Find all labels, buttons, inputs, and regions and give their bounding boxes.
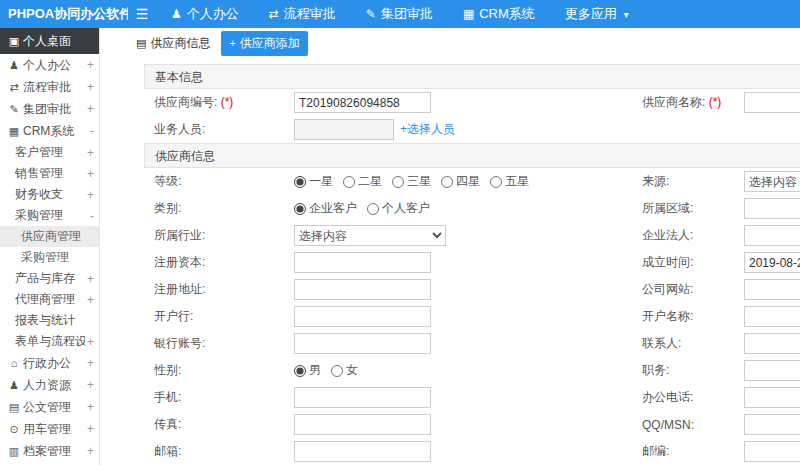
text-input[interactable] (294, 252, 431, 273)
archive-icon: ▥ (7, 445, 21, 458)
text-input[interactable] (294, 333, 431, 354)
add-icon: + (229, 37, 235, 49)
sidebar-item[interactable]: 财务收支+ (0, 184, 99, 205)
text-input[interactable] (744, 225, 800, 246)
topbar-item[interactable]: ⇄流程审批 (254, 0, 351, 28)
text-input[interactable] (744, 360, 800, 381)
sidebar-item[interactable]: ✎集团审批+ (0, 98, 99, 120)
radio-input[interactable] (367, 203, 379, 215)
tab-inactive[interactable]: ▤供应商信息 (128, 31, 218, 56)
radio-option[interactable]: 四星 (441, 173, 480, 190)
text-input[interactable] (744, 387, 800, 408)
topbar-item[interactable]: ✎集团审批 (351, 0, 448, 28)
text-input[interactable] (744, 279, 800, 300)
expand-icon[interactable]: + (87, 102, 94, 116)
sidebar-item[interactable]: ⇄流程审批+ (0, 76, 99, 98)
expand-icon[interactable]: + (87, 335, 94, 349)
sidebar-item[interactable]: ♟人力资源+ (0, 374, 99, 396)
choose-person-link[interactable]: +选择人员 (400, 121, 455, 138)
form-row: 传真:QQ/MSN: (144, 411, 800, 438)
radio-input[interactable] (441, 176, 453, 188)
sidebar-item[interactable]: 代理商管理+ (0, 289, 99, 310)
sidebar-item-label: 个人桌面 (23, 33, 94, 50)
sidebar-item[interactable]: ▦CRM系统- (0, 120, 99, 142)
expand-icon[interactable]: + (87, 444, 94, 458)
sidebar-item[interactable]: ▣个人桌面 (0, 28, 99, 54)
sidebar-item-label: 客户管理 (15, 144, 85, 161)
brand-logo[interactable]: PHPOA协同办公软件 (0, 5, 128, 23)
text-input[interactable] (744, 252, 800, 273)
radio-option[interactable]: 个人客户 (367, 200, 430, 217)
expand-icon[interactable]: + (87, 80, 94, 94)
expand-icon[interactable]: + (87, 58, 94, 72)
text-input[interactable] (294, 387, 431, 408)
text-input[interactable] (744, 333, 800, 354)
sidebar-item[interactable]: ♟个人办公+ (0, 54, 99, 76)
sidebar-item[interactable]: 供应商管理 (0, 226, 99, 247)
sidebar-item-label: 人力资源 (23, 377, 85, 394)
sidebar-item[interactable]: 采购管理- (0, 205, 99, 226)
radio-option[interactable]: 男 (294, 362, 321, 379)
tab-active[interactable]: +供应商添加 (221, 31, 307, 56)
expand-icon[interactable]: + (87, 146, 94, 160)
radio-input[interactable] (331, 365, 343, 377)
required-marker: (*) (217, 95, 233, 109)
topbar-item[interactable]: ▦CRM系统 (448, 0, 550, 28)
text-input[interactable] (294, 414, 431, 435)
sidebar-item[interactable]: 表单与流程设置+ (0, 331, 99, 352)
sidebar-item[interactable]: 采购管理 (0, 247, 99, 268)
expand-icon[interactable]: + (87, 400, 94, 414)
collapse-icon[interactable]: - (90, 124, 94, 138)
radio-input[interactable] (294, 176, 306, 188)
field-label: 性别: (144, 362, 294, 379)
field-control (294, 92, 634, 113)
text-input[interactable] (744, 198, 800, 219)
sidebar-item[interactable]: ⌂行政办公+ (0, 352, 99, 374)
section-header: 基本信息 (144, 64, 800, 89)
menu-toggle-icon[interactable]: ☰ (128, 6, 156, 22)
text-input[interactable] (294, 279, 431, 300)
expand-icon[interactable]: + (87, 272, 94, 286)
supplier-form: 基本信息供应商编号: (*)供应商名称: (*)业务人员:+选择人员供应商信息等… (144, 64, 800, 465)
field-label: 开户行: (144, 308, 294, 325)
sidebar-item[interactable]: ⊙用车管理+ (0, 418, 99, 440)
topbar-item[interactable]: 更多应用▾ (550, 0, 644, 28)
expand-icon[interactable]: + (87, 293, 94, 307)
radio-input[interactable] (294, 365, 306, 377)
sidebar: ▣个人桌面♟个人办公+⇄流程审批+✎集团审批+▦CRM系统-客户管理+销售管理+… (0, 28, 100, 465)
radio-input[interactable] (490, 176, 502, 188)
select-input[interactable]: 选择内容 (744, 171, 800, 192)
radio-input[interactable] (392, 176, 404, 188)
radio-option[interactable]: 一星 (294, 173, 333, 190)
text-input[interactable] (744, 92, 800, 113)
sidebar-item[interactable]: 销售管理+ (0, 163, 99, 184)
text-input[interactable] (294, 92, 431, 113)
radio-input[interactable] (343, 176, 355, 188)
text-input[interactable] (744, 414, 800, 435)
field-control (744, 414, 800, 435)
expand-icon[interactable]: + (87, 356, 94, 370)
text-input[interactable] (294, 441, 431, 462)
text-input[interactable] (744, 306, 800, 327)
select-input[interactable]: 选择内容 (294, 225, 446, 246)
expand-icon[interactable]: + (87, 378, 94, 392)
radio-option[interactable]: 二星 (343, 173, 382, 190)
topbar-item[interactable]: ♟个人办公 (156, 0, 254, 28)
collapse-icon[interactable]: - (90, 209, 94, 223)
expand-icon[interactable]: + (87, 422, 94, 436)
sidebar-item[interactable]: 报表与统计 (0, 310, 99, 331)
text-input[interactable] (294, 306, 431, 327)
radio-option[interactable]: 女 (331, 362, 358, 379)
radio-option[interactable]: 企业客户 (294, 200, 357, 217)
expand-icon[interactable]: + (87, 188, 94, 202)
expand-icon[interactable]: + (87, 167, 94, 181)
text-input[interactable] (744, 441, 800, 462)
radio-option[interactable]: 三星 (392, 173, 431, 190)
radio-input[interactable] (294, 203, 306, 215)
radio-option[interactable]: 五星 (490, 173, 529, 190)
sidebar-item[interactable]: ▤公文管理+ (0, 396, 99, 418)
text-input[interactable] (294, 119, 394, 140)
sidebar-item[interactable]: 客户管理+ (0, 142, 99, 163)
sidebar-item[interactable]: ▥档案管理+ (0, 440, 99, 462)
sidebar-item[interactable]: 产品与库存+ (0, 268, 99, 289)
